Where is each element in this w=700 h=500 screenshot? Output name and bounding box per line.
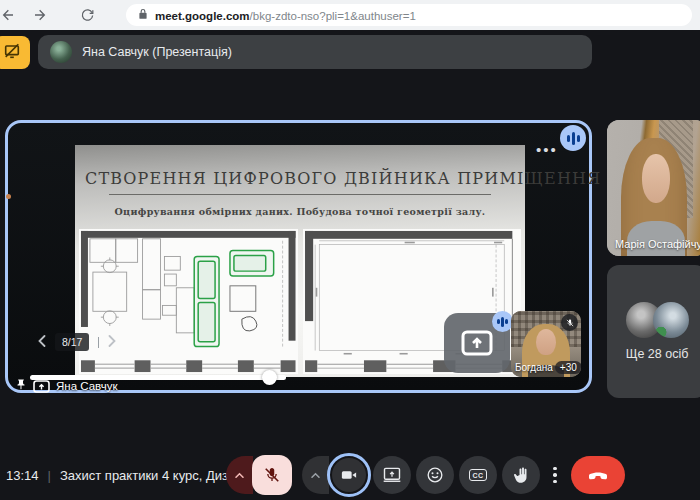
slide-title: СТВОРЕННЯ ЦИФРОВОГО ДВІЙНИКА ПРИМІЩЕННЯ [85,169,515,188]
overflow-count-label: Ще 28 осіб [626,347,689,361]
more-actions-button[interactable] [545,456,565,494]
raise-hand-button[interactable] [502,456,540,494]
present-icon [460,329,494,357]
control-bar: 13:14 | Захист практики 4 курс, Дизайн [0,450,700,500]
url-text: meet.google.com/bkg-zdto-nso?pli=1&authu… [155,6,416,24]
pip-extra-badge: +30 [555,361,581,374]
camera-icon [340,466,358,484]
slide-nav: 8/17 [38,333,116,351]
present-button[interactable] [373,456,411,494]
present-icon [382,465,402,485]
smiley-icon [425,465,445,485]
overflow-avatar-2 [653,302,689,338]
presenter-banner[interactable]: Яна Савчук (Презентація) [38,35,592,69]
participant-name-label: Марія Остафійчук [615,238,700,250]
notification-dot [6,194,11,199]
chevron-up-icon [310,472,321,479]
browser-toolbar: meet.google.com/bkg-zdto-nso?pli=1&authu… [0,0,700,30]
pin-icon[interactable] [15,377,27,395]
refresh-icon[interactable] [76,5,98,25]
pip-name-label: Богдана +30 [515,361,581,374]
participant-face [642,154,670,203]
pip-person-face [536,329,556,355]
presentation-blocked-icon [3,42,21,64]
forward-icon[interactable] [30,5,52,25]
presenter-name-label: Яна Савчук [56,380,117,392]
url-input[interactable]: meet.google.com/bkg-zdto-nso?pli=1&authu… [126,4,692,26]
more-options-icon[interactable]: ••• [536,141,558,158]
audio-indicator-small-icon [492,311,513,332]
presentation-tile: ••• СТВОРЕННЯ ЦИФРОВОГО ДВІЙНИКА ПРИМІЩЕ… [5,120,592,393]
mic-muted-badge [561,314,578,331]
chevron-up-icon [234,472,245,479]
mic-options-button[interactable] [226,456,253,494]
slide-subtitle: Оцифрування обмірних даних. Побудова точ… [75,206,525,217]
slide-counter: 8/17 [55,333,89,351]
mic-off-icon [262,465,282,485]
reactions-button[interactable] [416,456,454,494]
presenter-banner-label: Яна Савчук (Презентація) [82,45,232,59]
participant-tile-maria[interactable]: Марія Остафійчук [607,120,700,256]
vertical-dots-icon [553,467,557,471]
pip-participant-tile[interactable]: Богдана +30 [511,311,581,377]
camera-button[interactable] [332,458,366,492]
camera-options-button[interactable] [302,456,329,494]
presenter-label-row: Яна Савчук [15,377,117,395]
meet-app-region: Яна Савчук (Презентація) ••• СТВОРЕННЯ Ц… [0,30,700,500]
cc-icon: CC [469,469,487,481]
camera-focus-ring [327,453,371,497]
audio-indicator-icon [560,125,586,151]
url-path: /bkg-zdto-nso?pli=1&authuser=1 [250,10,416,22]
presenting-badge-icon [33,380,50,393]
mic-mute-button[interactable] [252,455,292,495]
presentation-warning-chip[interactable] [0,36,30,69]
meeting-info: 13:14 | Захист практики 4 курс, Дизайн [6,450,250,500]
phone-down-icon [586,463,610,487]
overflow-avatars [626,302,689,338]
back-icon[interactable] [0,5,18,25]
info-divider: | [48,468,51,483]
lock-icon [138,6,148,24]
google-meet-window: meet.google.com/bkg-zdto-nso?pli=1&authu… [0,0,700,500]
slide-nav-divider [98,337,99,348]
next-slide-button[interactable] [108,333,116,351]
floorplan-left [79,229,298,374]
slide-title-rule [109,194,491,195]
meeting-title: Захист практики 4 курс, Дизайн [60,468,250,483]
clock: 13:14 [6,468,39,483]
slider-handle[interactable] [262,370,277,385]
call-controls: CC [226,452,625,498]
end-call-button[interactable] [571,456,625,494]
prev-slide-button[interactable] [38,333,46,351]
captions-button[interactable]: CC [459,456,497,494]
hand-icon [512,466,531,485]
pip-name: Богдана [515,362,553,373]
presenter-avatar [50,41,72,63]
participants-overflow-tile[interactable]: Ще 28 осіб [607,265,700,398]
share-screen-overlay[interactable] [444,313,510,373]
url-host: meet.google.com [155,10,250,22]
